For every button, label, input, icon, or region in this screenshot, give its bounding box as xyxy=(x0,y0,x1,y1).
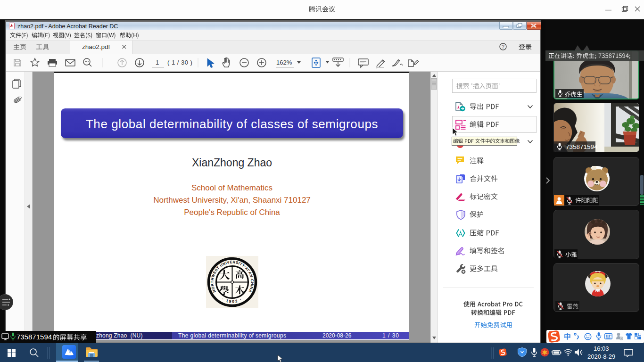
svg-text:?: ? xyxy=(502,44,504,49)
